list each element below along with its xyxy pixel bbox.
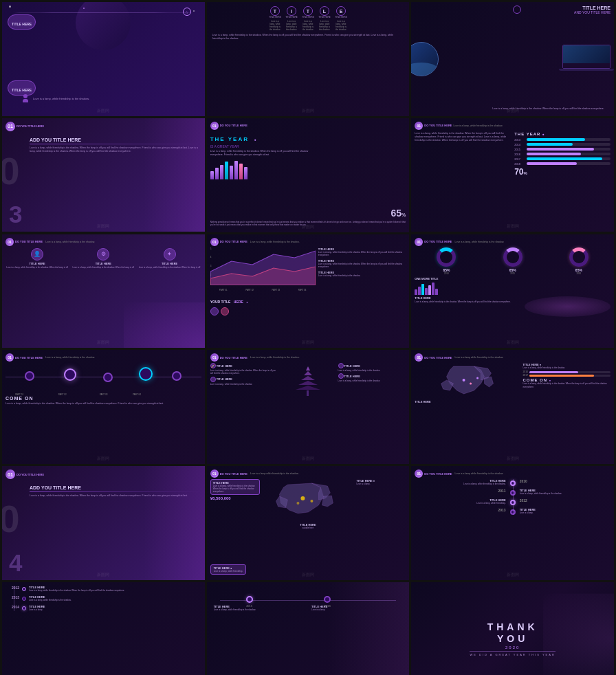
section-num-5: 01 DO YOU TITLE HERE: [210, 122, 406, 130]
section-num-11: 01 DO YOU TITLE HERE Love is a lamp, whi…: [210, 353, 406, 362]
slide6-right: THE YEAR ● 2013 2014 2015: [514, 132, 610, 177]
slide3-titles: TITLE HERE AND YOU TITLE HERE: [574, 5, 610, 14]
section-badge-13: 01 DO YOU TITLE HERE: [6, 469, 44, 479]
watermark-8: 新图网: [302, 340, 314, 346]
slide8-content: 5 4 3 2 1 PART 01 PART 02 PART 03 PART 0…: [210, 247, 406, 316]
row-1: TITLE HERE TITLE HERE ☆ Love is a lamp, …: [2, 2, 614, 116]
big-four: 4: [9, 549, 22, 577]
percent-65: 65%: [391, 208, 406, 219]
section-num-15: 01 DO YOU TITLE HERE Love is a lamp whil…: [415, 469, 610, 478]
big-zero-13: 0: [2, 500, 20, 538]
big-three: 3: [9, 201, 22, 228]
slide-12: 01 DO YOU TITLE HERE Love is a lamp whil…: [411, 350, 614, 464]
svg-point-3: [470, 383, 472, 385]
orbit-line: [12, 12, 195, 13]
star-2: [193, 10, 195, 12]
person-icon-1: [23, 94, 28, 102]
title-pill-2: TITLE HERE: [8, 80, 36, 96]
svg-point-2: [463, 379, 465, 381]
donut-2016: 65% 2016: [547, 247, 610, 275]
section-badge: 01 DO YOU TITLE HERE: [6, 122, 44, 131]
star-1: [9, 5, 11, 8]
svg-point-4: [476, 377, 478, 379]
slide-8: 01 DO YOU TITLE HERE Love is a lamp, whi…: [207, 234, 410, 348]
progress-2013: 2013: [514, 138, 610, 142]
slide-17: 2015 2016 TITLE HERE Love is a lamp, whi…: [207, 582, 410, 675]
wave-decor-13: [144, 466, 204, 580]
one-more-section: ONE MORE TITLE: [415, 277, 610, 295]
globe-circle: [411, 42, 439, 76]
timeline-right-16: 2012 TITLE HERE Love is a lamp, while fr…: [6, 586, 201, 612]
section-num-6: 01 DO YOU TITLE HERE Love is a lamp, whi…: [415, 122, 610, 130]
title-text-1: TITLE HERE: [12, 22, 32, 26]
laptop-mockup: [562, 45, 610, 74]
watermark-2: 新图网: [302, 108, 314, 114]
svg-point-6: [310, 500, 313, 502]
map-right: TITLE HERE ● Love is a lamp, while frien…: [522, 363, 610, 403]
watermark-14: 新图网: [302, 572, 314, 578]
slide-11: 01 DO YOU TITLE HERE Love is a lamp, whi…: [207, 350, 410, 464]
donut-2014: 65% 2014: [415, 247, 478, 275]
letter-row: T TITLE HERE Love is a lamp, while frien…: [212, 6, 404, 31]
year-subtitle: IS A GREAT YEAR: [210, 144, 406, 148]
slide-15: 01 DO YOU TITLE HERE Love is a lamp whil…: [411, 466, 614, 580]
row-5: 0 4 01 DO YOU TITLE HERE ADD YOU TITLE H…: [2, 466, 614, 580]
row-6: 2012 TITLE HERE Love is a lamp, while fr…: [2, 582, 614, 675]
progress-2016: 2016: [514, 153, 610, 156]
slide6-content: Love is a lamp, while friendship is the …: [415, 132, 610, 177]
right-items: TITLE HERE Love is a lamp, while friends…: [338, 363, 406, 396]
icon-item-1: 👤 TITLE HERE Love is a lamp, while frien…: [6, 248, 69, 269]
percent-70: 70%: [514, 167, 610, 177]
watermark-4: 新图网: [97, 223, 109, 230]
slide-5: 01 DO YOU TITLE HERE THE YEAR ● IS A GRE…: [207, 118, 410, 232]
progress-2018: 2018: [514, 162, 610, 166]
slide-4: 0 3 01 DO YOU TITLE HERE ADD YOU TITLE H…: [2, 118, 205, 232]
icon-item-3: ✦ TITLE HERE Love is a lamp, while frien…: [138, 248, 201, 269]
slide8-right: TITLE HERE Love is a lamp, while friends…: [318, 247, 406, 316]
slide-9: 01 DO YOU TITLE HERE Love is a lamp, whi…: [411, 234, 614, 348]
section-num-7: 01 DO YOU TITLE HERE Love is a lamp, whi…: [6, 238, 201, 246]
slide-13: 0 4 01 DO YOU TITLE HERE ADD YOU TITLE H…: [2, 466, 205, 580]
watermark-5: 新图网: [302, 224, 314, 230]
row-2: 0 3 01 DO YOU TITLE HERE ADD YOU TITLE H…: [2, 118, 614, 232]
slide2-footer: Love is a lamp, while friendship is the …: [212, 34, 404, 41]
title-text-2: TITLE HERE: [12, 88, 32, 92]
slide-18: THANK YOU 2020 WE DID A GREAT YEAR THIS …: [411, 582, 614, 675]
icon-top-right: ☆: [183, 8, 191, 16]
come-on-10: COME ON Love is a lamp, while friendship…: [6, 396, 201, 406]
progress-2015: 2015: [514, 148, 610, 151]
watermark-7: 新图网: [97, 340, 109, 346]
slide14-right: TITLE HERE ● Love is a lamp.: [356, 479, 406, 529]
progress-2017: 2017: [514, 157, 610, 161]
donuts-row: 65% 2014 65% 2015 65% 2016: [415, 247, 610, 275]
section-num-10: 01 DO YOU TITLE HERE Love is a lamp, whi…: [6, 353, 201, 362]
wave-decor-17: [328, 582, 409, 675]
slide-10: 01 DO YOU TITLE HERE Love is a lamp, whi…: [2, 350, 205, 464]
row-4: 01 DO YOU TITLE HERE Love is a lamp, whi…: [2, 350, 614, 464]
watermark-15: 新图网: [507, 572, 519, 578]
svg-point-7: [296, 502, 299, 505]
main-container: TITLE HERE TITLE HERE ☆ Love is a lamp, …: [0, 0, 616, 675]
map-left: TITLE HERE: [415, 363, 520, 403]
section-num-14: 01 DO YOU TITLE HERE Love is a lamp whil…: [210, 469, 406, 478]
slide-6: 01 DO YOU TITLE HERE Love is a lamp, whi…: [411, 118, 614, 232]
slide-7: 01 DO YOU TITLE HERE Love is a lamp, whi…: [2, 234, 205, 348]
globe-icon: [513, 5, 521, 14]
watermark-12: 新图网: [507, 456, 519, 462]
icon-item-2: ⚙ TITLE HERE Love is a lamp, while frien…: [72, 248, 135, 269]
donut-2015: 65% 2015: [481, 247, 544, 275]
area-chart: 5 4 3 2 1 PART 01 PART 02 PART 03 PART 0…: [210, 247, 316, 316]
star-3: [83, 8, 85, 9]
node-chart: PART 01 PART 02 PART 03 PART 04: [6, 363, 201, 390]
thank-you: THANK YOU 2020 WE DID A GREAT YEAR THIS …: [470, 621, 555, 657]
slide-16: 2012 TITLE HERE Love is a lamp, while fr…: [2, 582, 205, 675]
slide14-map: TITLE HERE subtitle here: [262, 479, 355, 529]
slide14-left: TITLE HERE Love is a lamp, while friends…: [210, 479, 260, 529]
section-num-9: 01 DO YOU TITLE HERE Love is a lamp, whi…: [415, 238, 610, 246]
timeline-container: TITLE HERE Love is a lamp, while friends…: [415, 479, 610, 515]
svg-point-5: [300, 496, 305, 500]
watermark-10: 新图网: [97, 456, 109, 462]
tree-pyramid: [280, 363, 335, 396]
slide6-left: Love is a lamp, while friendship is the …: [415, 132, 511, 177]
watermark-13: 新图网: [97, 572, 109, 578]
